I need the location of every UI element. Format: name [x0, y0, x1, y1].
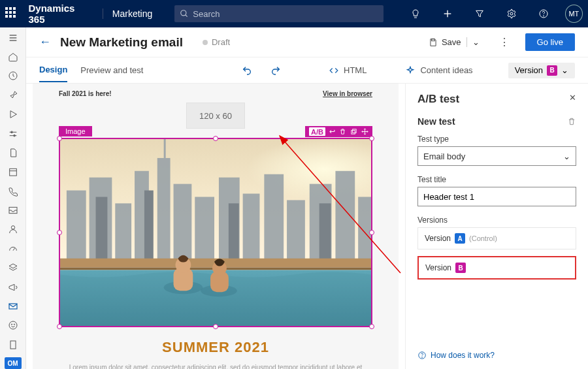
page-icon[interactable]: [6, 338, 20, 351]
version-a-option[interactable]: Version A (Control): [417, 227, 576, 249]
body-text: Lorem ipsum dolor sit amet, consectetur …: [59, 362, 372, 369]
view-in-browser-link[interactable]: View in browser: [323, 90, 372, 97]
duplicate-block-icon[interactable]: [350, 127, 357, 136]
version-b-option[interactable]: Version B: [417, 256, 576, 280]
resize-handle[interactable]: [369, 324, 374, 329]
svg-point-21: [9, 321, 17, 329]
om-badge[interactable]: OM: [5, 357, 22, 369]
help-icon: [417, 351, 427, 360]
svg-point-6: [544, 16, 544, 16]
html-button[interactable]: HTML: [329, 65, 367, 75]
content-ideas-button[interactable]: Content ideas: [406, 65, 472, 75]
svg-rect-43: [335, 171, 355, 262]
svg-marker-35: [164, 139, 166, 158]
calendar-icon[interactable]: [6, 166, 20, 178]
undo-icon[interactable]: [239, 63, 255, 78]
brand-label: Dynamics 365: [28, 3, 91, 25]
ab-test-badge[interactable]: A/B: [309, 127, 325, 136]
inbox-icon[interactable]: [6, 204, 20, 216]
svg-rect-15: [9, 169, 16, 176]
move-block-icon[interactable]: [361, 127, 368, 136]
svg-point-23: [14, 324, 14, 325]
svg-point-0: [181, 10, 186, 16]
resize-handle[interactable]: [213, 324, 218, 329]
more-icon[interactable]: ⋮: [493, 36, 516, 48]
how-does-it-work-link[interactable]: How does it work?: [417, 351, 495, 360]
app-launcher-icon[interactable]: [5, 7, 18, 20]
svg-rect-24: [10, 341, 16, 349]
panel-title: A/B test: [417, 93, 576, 106]
hamburger-icon[interactable]: [6, 31, 20, 44]
svg-rect-32: [115, 203, 131, 261]
save-button[interactable]: Save ⌄: [425, 35, 483, 50]
version-b-badge: B: [547, 65, 557, 76]
save-chevron-icon[interactable]: ⌄: [466, 37, 480, 47]
svg-rect-45: [96, 197, 108, 261]
smiley-icon[interactable]: [6, 319, 20, 332]
left-rail: OM: [0, 27, 26, 369]
svg-point-61: [422, 357, 423, 358]
sliders-icon[interactable]: [6, 127, 20, 140]
resize-handle[interactable]: [213, 136, 218, 141]
svg-point-22: [11, 324, 12, 325]
clock-icon[interactable]: [6, 70, 20, 82]
mail-icon[interactable]: [6, 300, 20, 312]
resize-handle[interactable]: [57, 230, 62, 235]
home-icon[interactable]: [6, 50, 20, 63]
version-b-badge: B: [455, 263, 466, 273]
person-icon[interactable]: [6, 223, 20, 236]
svg-rect-41: [287, 200, 305, 261]
headline-text: SUMMER 2021: [59, 339, 372, 356]
svg-rect-47: [229, 203, 239, 261]
block-toolbar: A/B ↩: [305, 126, 372, 137]
megaphone-icon[interactable]: [6, 281, 20, 293]
status-badge: Draft: [203, 37, 230, 47]
resize-handle[interactable]: [369, 230, 374, 235]
gear-icon[interactable]: [501, 0, 523, 27]
svg-rect-44: [358, 197, 371, 261]
svg-rect-40: [264, 174, 284, 262]
gauge-icon[interactable]: [6, 242, 20, 255]
tab-design[interactable]: Design: [39, 58, 67, 82]
tab-preview[interactable]: Preview and test: [80, 59, 143, 82]
undo-block-icon[interactable]: ↩: [329, 127, 335, 136]
test-type-select[interactable]: Email body ⌄: [417, 146, 576, 166]
phone-icon[interactable]: [6, 185, 20, 197]
hero-image: [60, 139, 371, 326]
svg-rect-39: [243, 194, 260, 262]
document-icon[interactable]: [6, 146, 20, 159]
delete-test-icon[interactable]: [567, 117, 576, 126]
save-icon: [429, 38, 438, 47]
version-switcher[interactable]: Version B ⌄: [508, 63, 575, 78]
chevron-down-icon: ⌄: [561, 65, 568, 75]
filter-icon[interactable]: [468, 0, 490, 27]
resize-handle[interactable]: [369, 136, 374, 141]
pin-icon[interactable]: [6, 89, 20, 101]
help-icon[interactable]: [533, 0, 555, 27]
search-input[interactable]: Search: [174, 5, 384, 22]
block-label: Image: [59, 126, 92, 136]
search-placeholder: Search: [193, 9, 220, 19]
version-a-badge: A: [455, 233, 465, 244]
play-icon[interactable]: [6, 108, 20, 121]
lightbulb-icon[interactable]: [404, 0, 426, 27]
plus-icon[interactable]: [436, 0, 458, 27]
sparkle-icon: [406, 66, 415, 75]
redo-icon[interactable]: [268, 63, 284, 78]
delete-block-icon[interactable]: [339, 127, 346, 136]
stack-icon[interactable]: [6, 262, 20, 274]
image-block-selected[interactable]: Image A/B ↩: [59, 138, 372, 327]
svg-rect-25: [432, 39, 435, 40]
test-title-input[interactable]: [417, 187, 576, 206]
svg-rect-27: [353, 129, 357, 133]
resize-handle[interactable]: [57, 136, 62, 141]
go-live-button[interactable]: Go live: [525, 33, 575, 51]
logo-placeholder[interactable]: 120 x 60: [186, 103, 245, 129]
search-icon: [180, 9, 189, 18]
close-icon[interactable]: ✕: [569, 93, 576, 103]
avatar[interactable]: MT: [565, 5, 583, 23]
svg-line-1: [186, 15, 188, 17]
back-arrow-icon[interactable]: ←: [39, 35, 51, 49]
test-type-label: Test type: [417, 135, 576, 144]
resize-handle[interactable]: [57, 324, 62, 329]
